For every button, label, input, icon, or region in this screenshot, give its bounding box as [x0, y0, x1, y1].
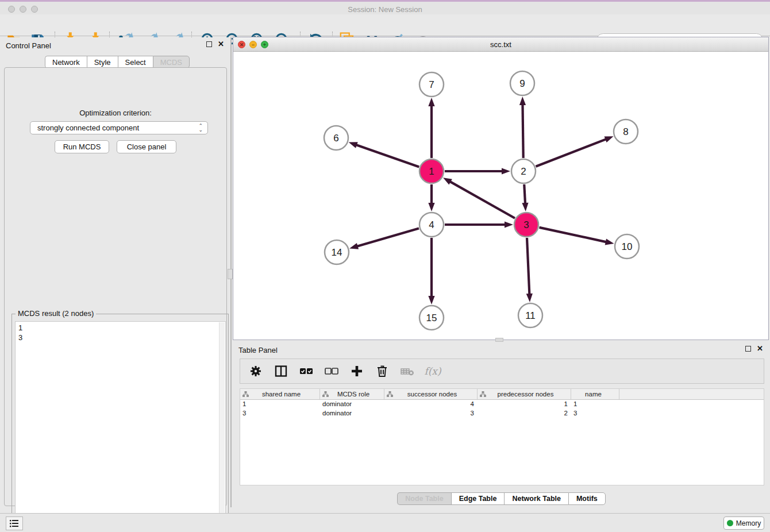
node-label-10: 10 — [622, 241, 633, 252]
float-panel-icon[interactable] — [206, 41, 212, 47]
delete-table-icon[interactable] — [399, 363, 416, 380]
select-all-columns-icon[interactable] — [298, 363, 315, 380]
cell-name[interactable]: 3 — [571, 409, 619, 418]
task-history-button[interactable] — [6, 516, 23, 530]
list-icon — [9, 519, 20, 528]
node-label-15: 15 — [426, 313, 437, 323]
column-label: successor nodes — [393, 391, 477, 398]
mcds-result-box: MCDS result (2 nodes) 1 3 — [11, 314, 229, 532]
cell-shared-name[interactable]: 3 — [240, 409, 320, 418]
network-frame-title: scc.txt — [233, 40, 768, 49]
mcds-result-list[interactable]: 1 3 — [15, 321, 226, 530]
unselect-all-columns-icon[interactable] — [323, 363, 340, 380]
node-label-2: 2 — [521, 166, 526, 177]
cell-name[interactable]: 1 — [571, 400, 619, 409]
delete-column-icon[interactable] — [374, 363, 391, 380]
column-header-shared-name[interactable]: shared name — [240, 389, 320, 399]
cell-MCDS-role[interactable]: dominator — [320, 400, 384, 409]
cell-successor-nodes[interactable]: 4 — [384, 400, 478, 409]
network-frame-titlebar[interactable]: ✕ − + scc.txt — [233, 37, 768, 52]
edge-3-1[interactable] — [449, 181, 514, 218]
cell-predecessor-nodes[interactable]: 2 — [478, 409, 571, 418]
cell-successor-nodes[interactable]: 3 — [384, 409, 478, 418]
column-sort-icon — [242, 391, 249, 397]
edge-1-6[interactable] — [355, 145, 419, 167]
node-label-14: 14 — [332, 247, 342, 258]
tab-style[interactable]: Style — [87, 56, 118, 68]
tab-network[interactable]: Network — [45, 56, 87, 68]
column-header-name[interactable]: name — [571, 389, 619, 399]
arrowhead-icon — [349, 142, 358, 148]
arrowhead-icon — [443, 178, 452, 184]
column-label: MCDS role — [329, 391, 384, 398]
node-label-1: 1 — [429, 166, 434, 177]
column-label: shared name — [249, 391, 319, 398]
add-column-icon[interactable] — [348, 363, 365, 380]
table-row-2[interactable]: 3dominator323 — [240, 409, 764, 418]
mcds-tab-content: Optimization criterion: strongly connect… — [4, 67, 227, 506]
splitter-handle[interactable] — [495, 338, 503, 342]
status-bar: Memory — [0, 513, 770, 532]
column-sort-icon — [480, 391, 486, 397]
close-panel-icon[interactable]: ✕ — [218, 41, 224, 47]
column-sort-icon — [387, 391, 393, 397]
cell-MCDS-role[interactable]: dominator — [320, 409, 384, 418]
tab-edge-table[interactable]: Edge Table — [451, 492, 505, 505]
column-sort-icon — [322, 391, 329, 397]
network-graph[interactable]: 7968124314101511 — [233, 52, 768, 340]
edge-4-14[interactable] — [356, 228, 419, 246]
function-builder-icon[interactable]: f(x) — [424, 363, 441, 380]
node-label-11: 11 — [525, 310, 536, 321]
run-mcds-button[interactable]: Run MCDS — [55, 140, 109, 153]
edge-2-9[interactable] — [522, 103, 523, 158]
splitter-handle[interactable] — [228, 269, 233, 279]
gear-icon[interactable] — [247, 363, 264, 380]
close-panel-button[interactable]: Close panel — [117, 140, 176, 153]
window-title: Session: New Session — [0, 5, 770, 14]
arrowhead-icon — [526, 294, 533, 302]
arrowhead-icon — [428, 98, 434, 106]
optimization-dropdown[interactable]: strongly connected component ⌃⌄ — [30, 121, 208, 134]
cell-shared-name[interactable]: 1 — [240, 400, 320, 409]
control-panel-title: Control Panel — [6, 41, 51, 50]
control-panel-tabs: NetworkStyleSelectMCDS — [45, 56, 190, 68]
edge-3-11[interactable] — [527, 238, 529, 295]
tab-select[interactable]: Select — [118, 56, 153, 68]
tab-node-table[interactable]: Node Table — [397, 492, 451, 505]
node-table[interactable]: shared nameMCDS rolesuccessor nodesprede… — [240, 388, 764, 485]
two-columns-icon[interactable] — [272, 363, 290, 380]
table-tabs: Node TableEdge TableNetwork TableMotifs — [233, 492, 770, 505]
dropdown-selected-value: strongly connected component — [37, 124, 198, 132]
column-header-MCDS-role[interactable]: MCDS role — [320, 389, 384, 399]
tab-network-table[interactable]: Network Table — [504, 492, 568, 505]
edge-3-10[interactable] — [539, 228, 607, 242]
network-view-frame: ✕ − + scc.txt 7968124314101511 — [233, 37, 769, 340]
tab-mcds[interactable]: MCDS — [153, 56, 190, 68]
cell-predecessor-nodes[interactable]: 1 — [478, 400, 571, 409]
column-header-successor-nodes[interactable]: successor nodes — [384, 389, 478, 399]
arrowhead-icon — [605, 136, 614, 142]
edge-2-8[interactable] — [536, 139, 607, 167]
table-body: 1dominator4113dominator323 — [240, 400, 764, 418]
node-label-9: 9 — [519, 78, 525, 89]
float-panel-icon[interactable] — [745, 346, 751, 352]
close-panel-icon[interactable]: ✕ — [757, 346, 763, 352]
node-label-4: 4 — [429, 219, 434, 230]
memory-button[interactable]: Memory — [723, 516, 764, 530]
control-panel: Control Panel ✕ NetworkStyleSelectMCDS O… — [0, 37, 231, 507]
arrowhead-icon — [428, 203, 434, 211]
column-header-predecessor-nodes[interactable]: predecessor nodes — [478, 389, 571, 399]
arrowhead-icon — [605, 238, 614, 245]
column-label: name — [573, 391, 619, 398]
arrowhead-icon — [522, 203, 528, 211]
mcds-result-title: MCDS result (2 nodes) — [16, 309, 96, 318]
table-row-1[interactable]: 1dominator411 — [240, 400, 764, 409]
table-panel: Table Panel ✕ f(x) shared nameMCDS ro — [233, 342, 770, 510]
node-label-3: 3 — [523, 219, 529, 230]
edge-2-3[interactable] — [524, 184, 525, 205]
main-toolbar — [0, 14, 770, 36]
column-label: predecessor nodes — [486, 391, 571, 398]
network-canvas[interactable]: 7968124314101511 — [233, 52, 768, 340]
scrollbar-track[interactable] — [219, 322, 225, 530]
tab-motifs[interactable]: Motifs — [568, 492, 606, 505]
